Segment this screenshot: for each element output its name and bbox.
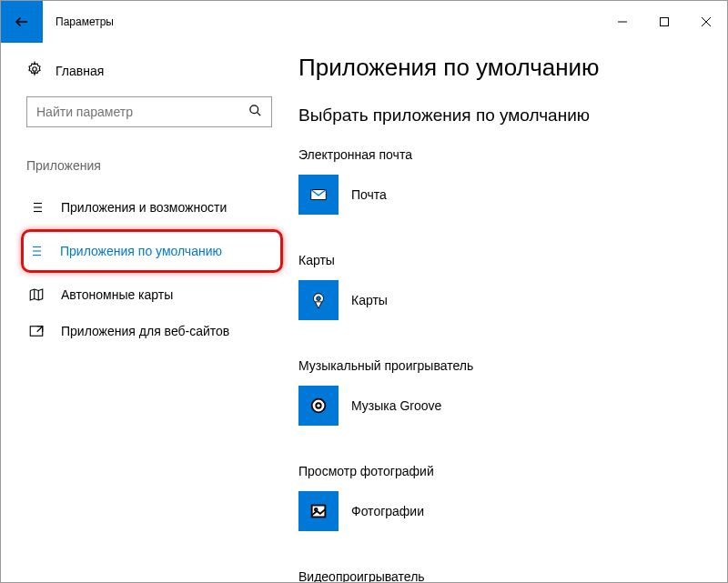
- default-app-maps[interactable]: Карты: [298, 280, 709, 320]
- close-button[interactable]: [685, 7, 727, 36]
- svg-point-5: [33, 67, 37, 72]
- website-icon: [28, 323, 45, 339]
- app-name: Музыка Groove: [351, 398, 441, 413]
- default-app-email[interactable]: Почта: [298, 175, 709, 215]
- photos-icon: [298, 491, 339, 531]
- window-controls: [602, 7, 727, 36]
- svg-line-23: [37, 327, 43, 332]
- app-name: Карты: [351, 293, 388, 307]
- maximize-button[interactable]: [643, 7, 685, 36]
- app-name: Почта: [351, 187, 387, 202]
- home-label: Главная: [56, 64, 104, 78]
- minimize-button[interactable]: [602, 7, 643, 36]
- default-app-photos[interactable]: Фотографии: [298, 491, 709, 531]
- maps-app-icon: [298, 280, 339, 320]
- sidebar-section-label: Приложения: [26, 158, 269, 173]
- page-subheading: Выбрать приложения по умолчанию: [298, 106, 709, 126]
- sidebar-item-label: Приложения и возможности: [61, 200, 227, 215]
- svg-point-6: [250, 106, 258, 114]
- category-title: Карты: [298, 253, 709, 267]
- sidebar: Главная Приложения Приложения и возможно…: [1, 43, 288, 582]
- svg-rect-2: [661, 18, 669, 26]
- page-heading: Приложения по умолчанию: [298, 54, 709, 82]
- svg-point-26: [317, 297, 321, 301]
- category-title: Видеопроигрыватель: [298, 569, 709, 582]
- mail-icon: [298, 175, 339, 215]
- sidebar-item-label: Автономные карты: [61, 287, 173, 302]
- sidebar-item-apps-features[interactable]: Приложения и возможности: [26, 189, 269, 226]
- category-title: Электронная почта: [298, 147, 709, 162]
- search-box[interactable]: [26, 96, 272, 127]
- titlebar: Параметры: [1, 1, 727, 43]
- search-input[interactable]: [36, 105, 248, 119]
- sidebar-item-default-apps[interactable]: Приложения по умолчанию: [21, 229, 283, 273]
- sidebar-item-label: Приложения по умолчанию: [60, 244, 222, 258]
- svg-line-7: [257, 112, 260, 116]
- search-icon: [248, 104, 262, 120]
- window-title: Параметры: [56, 15, 114, 28]
- list-icon: [28, 199, 45, 216]
- home-link[interactable]: Главная: [26, 61, 269, 80]
- app-name: Фотографии: [351, 504, 424, 518]
- defaults-icon: [27, 243, 44, 259]
- sidebar-item-offline-maps[interactable]: Автономные карты: [26, 276, 269, 313]
- category-title: Музыкальный проигрыватель: [298, 358, 709, 373]
- sidebar-item-label: Приложения для веб-сайтов: [61, 324, 229, 338]
- back-button[interactable]: [1, 1, 43, 43]
- default-app-music[interactable]: Музыка Groove: [298, 386, 709, 426]
- map-icon: [28, 286, 45, 303]
- category-title: Просмотр фотографий: [298, 464, 709, 478]
- main-content: Приложения по умолчанию Выбрать приложен…: [288, 43, 727, 582]
- gear-icon: [26, 61, 43, 80]
- music-icon: [298, 386, 339, 426]
- svg-point-28: [316, 403, 321, 408]
- sidebar-item-apps-websites[interactable]: Приложения для веб-сайтов: [26, 313, 269, 349]
